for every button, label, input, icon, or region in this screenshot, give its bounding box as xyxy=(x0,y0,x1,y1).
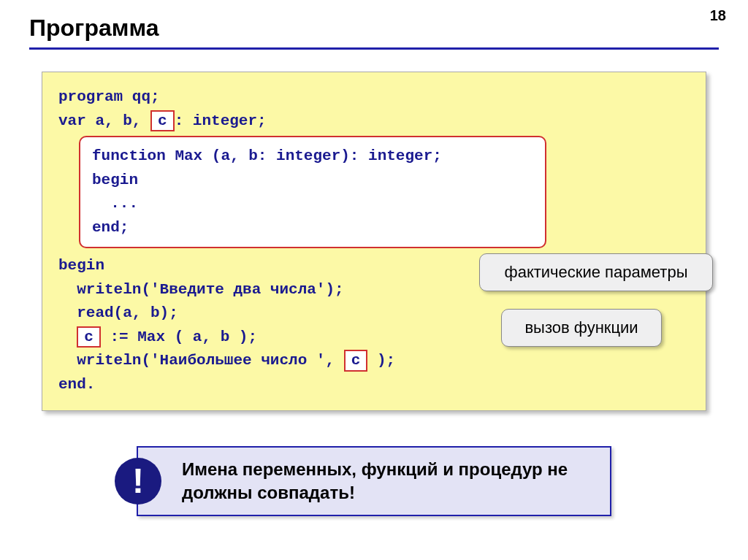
callout-call: вызов функции xyxy=(501,309,662,347)
title-underline xyxy=(29,47,719,50)
callout-params: фактические параметры xyxy=(479,253,713,291)
code-line: begin xyxy=(92,169,533,193)
var-c-highlight: c xyxy=(344,350,368,371)
code-text: writeln('Наибольшее число ', xyxy=(58,352,344,369)
note-wrap: ! Имена переменных, функций и процедур н… xyxy=(137,446,611,517)
code-line: writeln('Наибольшее число ', c ); xyxy=(58,349,690,373)
code-block: program qq; var a, b, c: integer; functi… xyxy=(42,72,706,411)
code-line: end; xyxy=(92,216,533,240)
code-line: program qq; xyxy=(58,85,690,110)
var-c-highlight: c xyxy=(77,326,101,348)
code-line: var a, b, c: integer; xyxy=(58,110,690,134)
exclamation-badge: ! xyxy=(115,458,161,505)
page-title: Программа xyxy=(29,15,719,42)
code-text: ); xyxy=(367,352,395,369)
note-box: Имена переменных, функций и процедур не … xyxy=(137,446,611,517)
code-text: var a, b, xyxy=(58,112,150,129)
function-box: function Max (a, b: integer): integer; b… xyxy=(79,136,546,248)
var-c-highlight: c xyxy=(150,110,175,131)
page-number: 18 xyxy=(710,7,726,24)
code-text: := Max ( a, b ); xyxy=(101,329,257,345)
code-text: : integer; xyxy=(175,112,267,129)
code-line: end. xyxy=(58,373,690,397)
code-line: function Max (a, b: integer): integer; xyxy=(92,145,533,169)
code-line: ... xyxy=(92,192,533,216)
